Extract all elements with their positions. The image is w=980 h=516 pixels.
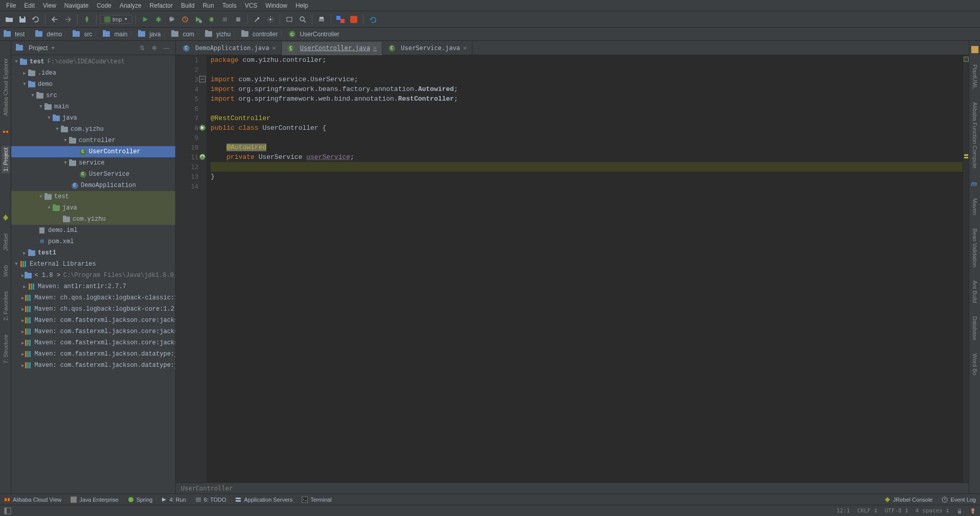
- lefttab-project[interactable]: 1: Project: [2, 146, 10, 173]
- menu-view[interactable]: View: [39, 1, 60, 10]
- crumb-com[interactable]: com: [171, 30, 194, 38]
- open-icon[interactable]: [3, 13, 15, 26]
- line-gutter[interactable]: 12 3 4567 8 910 11 121314: [176, 55, 207, 482]
- righttab-plantuml[interactable]: PlantUML: [971, 62, 979, 91]
- menu-vcs[interactable]: VCS: [241, 1, 262, 10]
- chevron-down-icon[interactable]: ▼: [51, 45, 55, 51]
- menu-analyze[interactable]: Analyze: [116, 1, 146, 10]
- lefttab-jrebel[interactable]: JRebel: [2, 231, 10, 253]
- tab-demoapplication[interactable]: CDemoApplication.java×: [177, 41, 282, 55]
- crumb-class[interactable]: CUserController: [288, 30, 339, 38]
- profile-icon[interactable]: [179, 13, 191, 26]
- crumb-java[interactable]: java: [138, 30, 161, 38]
- tree-idea[interactable]: ▶.idea: [11, 67, 175, 79]
- tree-userservice[interactable]: CUserService: [11, 169, 175, 180]
- tree-lib-item[interactable]: ▶Maven: com.fasterxml.jackson.datatype:j…: [11, 348, 175, 360]
- menu-build[interactable]: Build: [177, 1, 199, 10]
- menu-run[interactable]: Run: [199, 1, 218, 10]
- bottombtn-alibaba[interactable]: Alibaba Cloud View: [4, 497, 61, 503]
- save-icon[interactable]: [16, 13, 29, 26]
- editor-breadcrumb[interactable]: UserController: [176, 482, 969, 494]
- tree-jdk[interactable]: ▶< 1.8 >C:\Program Files\Java\jdk1.8.0_1…: [11, 270, 175, 281]
- gear-icon[interactable]: ✻: [150, 43, 159, 53]
- coverage-icon[interactable]: [166, 13, 178, 26]
- translate-icon[interactable]: [334, 13, 347, 26]
- tree-test-pkg[interactable]: com.yizhu: [11, 214, 175, 225]
- refresh-icon[interactable]: [30, 13, 42, 26]
- settings-icon[interactable]: [264, 13, 277, 26]
- close-icon[interactable]: ×: [272, 44, 276, 52]
- righttab-bean-validation[interactable]: Bean Validation: [971, 226, 979, 269]
- error-stripe[interactable]: [963, 55, 969, 482]
- righttab-ant[interactable]: Ant Build: [971, 278, 979, 305]
- crumb-demo[interactable]: demo: [35, 30, 62, 38]
- tree-test-java[interactable]: ▼java: [11, 202, 175, 214]
- lefttab-structure[interactable]: 7: Structure: [2, 333, 10, 366]
- tab-usercontroller[interactable]: CUserController.java×: [282, 42, 383, 55]
- alibaba-cloud-icon[interactable]: [2, 128, 9, 135]
- tree-demo[interactable]: ▼demo: [11, 79, 175, 90]
- tree-main[interactable]: ▼main: [11, 101, 175, 112]
- run-config-selector[interactable]: tmp ▼: [100, 15, 132, 24]
- expand-icon[interactable]: ⇅: [138, 43, 147, 53]
- lefttab-web[interactable]: Web: [2, 263, 10, 278]
- bottombtn-terminal[interactable]: Terminal: [302, 497, 332, 503]
- restart-icon[interactable]: [367, 13, 379, 26]
- crumb-test[interactable]: test: [3, 30, 25, 38]
- tree-src[interactable]: ▼src: [11, 90, 175, 101]
- bottombtn-todo[interactable]: 6: TODO: [195, 497, 226, 503]
- tree-lib-item[interactable]: ▶Maven: com.fasterxml.jackson.core:jacks…: [11, 337, 175, 348]
- presentation-icon[interactable]: [348, 13, 360, 26]
- tree-java[interactable]: ▼java: [11, 112, 175, 124]
- code-editor[interactable]: package com.yizhu.controller; import com…: [207, 55, 963, 482]
- status-eol[interactable]: CRLF ‡: [857, 507, 878, 514]
- status-encoding[interactable]: UTF-8 ‡: [884, 507, 908, 514]
- tree-service[interactable]: ▼service: [11, 157, 175, 169]
- righttab-wordbook[interactable]: Word Bo: [971, 351, 979, 378]
- menu-edit[interactable]: Edit: [20, 1, 39, 10]
- bottombtn-run[interactable]: 4: Run: [162, 497, 186, 503]
- righttab-alibaba-fc[interactable]: Alibaba Function Compute: [971, 100, 979, 171]
- tree-lib-item[interactable]: ▶Maven: com.fasterxml.jackson.core:jacks…: [11, 315, 175, 326]
- tree-lib-item[interactable]: ▶Maven: antlr:antlr:2.7.7: [11, 281, 175, 292]
- bottombtn-eventlog[interactable]: Event Log: [942, 497, 976, 503]
- jrebel-icon[interactable]: [2, 214, 9, 221]
- tree-lib-item[interactable]: ▶Maven: ch.qos.logback:logback-classic:1…: [11, 292, 175, 303]
- close-icon[interactable]: ×: [373, 44, 377, 52]
- tree-pom[interactable]: mpom.xml: [11, 236, 175, 247]
- bean-icon[interactable]: [199, 124, 206, 131]
- tool-window-toggle-icon[interactable]: [4, 507, 11, 514]
- back-icon[interactable]: [49, 13, 61, 26]
- lock-icon[interactable]: [956, 508, 963, 514]
- tree-controller[interactable]: ▼controller: [11, 135, 175, 146]
- menu-help[interactable]: Help: [291, 1, 312, 10]
- menu-navigate[interactable]: Navigate: [60, 1, 93, 10]
- menu-tools[interactable]: Tools: [218, 1, 241, 10]
- tree-lib-item[interactable]: ▶Maven: com.fasterxml.jackson.core:jacks…: [11, 326, 175, 337]
- tree-lib-item[interactable]: ▶Maven: com.fasterxml.jackson.datatype:j…: [11, 360, 175, 371]
- status-pos[interactable]: 12:1: [836, 507, 850, 514]
- print-icon[interactable]: [315, 13, 328, 26]
- debug-icon[interactable]: [152, 13, 165, 26]
- close-icon[interactable]: ×: [463, 44, 467, 52]
- tree-demoiml[interactable]: demo.iml: [11, 225, 175, 236]
- build-icon[interactable]: [81, 13, 93, 26]
- stop-icon[interactable]: [232, 13, 244, 26]
- tree-pkg[interactable]: ▼com.yizhu: [11, 124, 175, 135]
- menu-window[interactable]: Window: [261, 1, 291, 10]
- search-icon[interactable]: [297, 13, 309, 26]
- tree-test[interactable]: ▼test: [11, 191, 175, 202]
- crumb-controller[interactable]: controller: [241, 30, 278, 38]
- jrebel-run-icon[interactable]: [192, 13, 204, 26]
- android-icon[interactable]: [206, 13, 218, 26]
- bottombtn-javaee[interactable]: Java Enterprise: [71, 497, 118, 503]
- menu-code[interactable]: Code: [93, 1, 116, 10]
- wrench-icon[interactable]: [251, 13, 263, 26]
- crumb-src[interactable]: src: [72, 30, 92, 38]
- tree-root[interactable]: ▼testF:\code\IDEACode\test: [11, 56, 175, 67]
- crumb-main[interactable]: main: [102, 30, 127, 38]
- autowired-icon[interactable]: [199, 153, 206, 160]
- status-indent[interactable]: 4 spaces ‡: [916, 507, 949, 514]
- sdk-icon[interactable]: [283, 13, 295, 26]
- tree-lib-item[interactable]: ▶Maven: ch.qos.logback:logback-core:1.2.…: [11, 303, 175, 315]
